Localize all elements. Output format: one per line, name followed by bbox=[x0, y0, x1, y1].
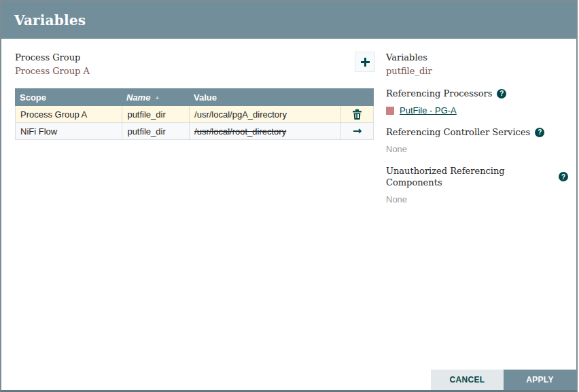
process-group-value: Process Group A bbox=[15, 65, 90, 77]
process-group-label: Process Group bbox=[15, 52, 90, 63]
referencing-processors-label: Referencing Processors bbox=[386, 88, 492, 99]
table-row-process-group-a[interactable]: Process Group A putfile_dir /usr/local/p… bbox=[16, 106, 373, 123]
table-body: Process Group A putfile_dir /usr/local/p… bbox=[15, 106, 374, 140]
cell-name: putfile_dir bbox=[122, 123, 189, 139]
cell-name: putfile_dir bbox=[122, 106, 189, 122]
cancel-button[interactable]: CANCEL bbox=[431, 370, 504, 390]
plus-icon bbox=[360, 57, 370, 67]
question-circle-icon[interactable]: ? bbox=[559, 172, 568, 181]
table-header-row: Scope Name ▲ Value bbox=[15, 88, 374, 106]
variables-table: Scope Name ▲ Value Process Group A putfi… bbox=[15, 88, 374, 140]
cell-actions: → bbox=[340, 123, 373, 139]
goto-variable-button[interactable]: → bbox=[341, 123, 373, 139]
cell-scope: NiFi Flow bbox=[16, 123, 122, 139]
question-circle-icon[interactable]: ? bbox=[535, 128, 544, 137]
variables-dialog: Variables Process Group Process Group A … bbox=[0, 0, 578, 392]
variable-details-panel: Variables putfile_dir Referencing Proces… bbox=[386, 52, 568, 204]
controller-services-none-text: None bbox=[386, 144, 568, 154]
cell-value-overridden: /usr/local/root_directory bbox=[189, 123, 340, 139]
referencing-controller-services-label: Referencing Controller Services bbox=[386, 126, 530, 138]
unauthorized-referencing-components-section: Unauthorized Referencing Components ? No… bbox=[386, 165, 568, 204]
variables-label: Variables bbox=[386, 52, 568, 63]
dialog-title: Variables bbox=[14, 12, 86, 29]
sort-ascending-icon: ▲ bbox=[154, 94, 160, 101]
right-arrow-icon: → bbox=[353, 126, 362, 137]
process-group-block: Process Group Process Group A bbox=[15, 52, 90, 77]
table-row-nifi-flow[interactable]: NiFi Flow putfile_dir /usr/local/root_di… bbox=[16, 123, 373, 139]
referencing-processor-link[interactable]: PutFile - PG-A bbox=[400, 105, 457, 115]
column-header-value[interactable]: Value bbox=[189, 92, 341, 103]
column-header-scope[interactable]: Scope bbox=[15, 92, 122, 103]
cell-value: /usr/local/pgA_directory bbox=[189, 106, 340, 122]
trash-icon bbox=[353, 109, 362, 120]
referencing-processor-item: PutFile - PG-A bbox=[386, 105, 568, 115]
apply-button[interactable]: APPLY bbox=[504, 370, 576, 390]
column-header-name[interactable]: Name ▲ bbox=[122, 92, 189, 103]
cell-actions bbox=[340, 106, 373, 122]
delete-variable-button[interactable] bbox=[341, 106, 373, 122]
referencing-processors-section: Referencing Processors ? PutFile - PG-A bbox=[386, 88, 568, 115]
processor-state-swatch bbox=[386, 107, 394, 115]
question-circle-icon[interactable]: ? bbox=[497, 89, 506, 99]
unauthorized-referencing-components-label: Unauthorized Referencing Components bbox=[386, 165, 554, 188]
dialog-footer: CANCEL APPLY bbox=[431, 370, 576, 390]
selected-variable-name: putfile_dir bbox=[386, 65, 568, 77]
add-variable-button[interactable] bbox=[355, 52, 375, 72]
referencing-controller-services-section: Referencing Controller Services ? None bbox=[386, 126, 568, 154]
selected-variable-block: Variables putfile_dir bbox=[386, 52, 568, 77]
cell-scope: Process Group A bbox=[16, 106, 122, 122]
dialog-header: Variables bbox=[1, 1, 576, 39]
unauthorized-components-none-text: None bbox=[386, 194, 568, 204]
